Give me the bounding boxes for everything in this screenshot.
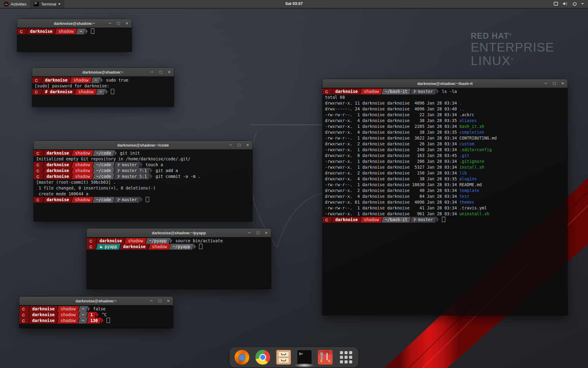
terminal-window: darknoise@shadow:~/bash-it−□×darknoisesh…: [322, 79, 567, 315]
ls-row-meta: drwxrwxr-x. 4 darknoise darknoise 38 Jan…: [325, 176, 459, 181]
ls-row: -rw-rw-r--. 1 darknoise darknoise 3622 J…: [322, 135, 567, 141]
terminal-screen[interactable]: darknoiseshadow~: [17, 28, 132, 52]
distro-icon: [19, 306, 29, 312]
ls-row-filename: custom: [459, 141, 474, 146]
prompt-segment-host: shadow: [125, 238, 147, 244]
maximize-button[interactable]: □: [117, 19, 120, 28]
maximize-button[interactable]: □: [158, 297, 161, 305]
window-titlebar[interactable]: darknoise@shadow:~−□×: [32, 68, 174, 77]
ls-row: -rwxrwxr-x. 1 darknoise darknoise 206 Ja…: [322, 159, 567, 164]
ls-row-filename: template: [459, 188, 479, 193]
prompt-segment-git: master S:1: [114, 174, 150, 179]
terminal-screen[interactable]: darknoiseshadow~/codegit initInitialized…: [34, 149, 252, 221]
minimize-button[interactable]: −: [544, 79, 548, 88]
maximize-button[interactable]: □: [238, 141, 241, 149]
prompt-segment-host: shadow: [72, 150, 94, 156]
ls-row-meta: drwxrwxr-x. 4 darknoise darknoise 84 Jan…: [325, 194, 459, 199]
dock-item-toolbox[interactable]: [318, 350, 333, 365]
dock-item-chrome[interactable]: [255, 350, 270, 365]
prompt-segment-user: darknoise: [43, 162, 73, 168]
terminal-screen[interactable]: darknoiseshadow~sudo true[sudo] password…: [32, 76, 174, 107]
close-button[interactable]: ×: [167, 297, 170, 305]
prompt-arrow: [140, 197, 143, 202]
close-button[interactable]: ×: [265, 228, 268, 237]
ls-row-meta: -rwxrwxr-x. 1 darknoise darknoise 961 Ja…: [325, 211, 459, 216]
prompt-segment-venv: ☯pyapp: [96, 244, 121, 250]
prompt-segment-path: ~/pyapp: [146, 238, 170, 244]
ls-row-meta: -rwxrwxr-x. 1 darknoise darknoise 2205 J…: [325, 124, 459, 129]
command-text: ls -la: [442, 89, 457, 94]
ls-row: -rw-rw-r--. 1 darknoise darknoise 22 Jan…: [322, 112, 567, 118]
window-controls: −□×: [150, 297, 170, 305]
screen-icon: [553, 2, 558, 6]
activities-button[interactable]: Activities: [0, 0, 30, 8]
dock-item-app-grid[interactable]: [339, 350, 353, 365]
window-titlebar[interactable]: darknoise@shadow:~/code−□×: [34, 141, 252, 150]
close-button[interactable]: ×: [168, 68, 171, 76]
prompt-segment-host: shadow: [57, 318, 79, 324]
toolbox-icon: [318, 350, 333, 365]
maximize-button[interactable]: □: [553, 79, 556, 88]
maximize-button[interactable]: □: [159, 68, 162, 76]
distro-icon: [34, 162, 44, 168]
prompt-line: darknoiseshadow~false: [19, 306, 173, 312]
close-button[interactable]: ×: [125, 19, 129, 28]
minimize-button[interactable]: −: [151, 68, 154, 76]
ls-row-meta: drwx------. 24 darknoise darknoise 4096 …: [325, 106, 459, 111]
system-status-area[interactable]: [552, 0, 586, 7]
ls-row: drwxrwxr-x. 4 darknoise darknoise 38 Jan…: [322, 118, 567, 124]
prompt-line: darknoiseshadow~130: [19, 318, 173, 324]
prompt-line: darknoiseshadow~/bash-itmaster: [322, 217, 567, 223]
prompt-line: darknoiseshadow~/codegit init: [34, 150, 252, 156]
minimize-button[interactable]: −: [108, 19, 112, 28]
prompt-segment-user: darknoise: [42, 77, 71, 83]
command-text: ^C: [102, 312, 107, 317]
window-controls: −□×: [151, 68, 171, 76]
prompt-segment-path: ~/bash-it: [382, 217, 411, 223]
close-button[interactable]: ×: [246, 141, 249, 149]
prompt-arrow: [105, 89, 108, 94]
distro-icon: [32, 77, 42, 83]
prompt-segment-path: ~/code: [93, 150, 115, 156]
prompt-segment-git: master: [410, 217, 437, 223]
ls-row-filename: CONTRIBUTING.md: [459, 136, 497, 140]
ls-row-filename: aliases: [459, 118, 477, 123]
distro-icon: [19, 312, 29, 318]
terminal-screen[interactable]: darknoiseshadow~falsedarknoiseshadow~1^C…: [19, 305, 173, 328]
prompt-segment-user: # darknoise: [42, 89, 76, 95]
prompt-segment-path: ~: [78, 312, 88, 318]
window-titlebar[interactable]: darknoise@shadow:~−□×: [19, 297, 173, 305]
prompt-segment-host: shadow: [57, 306, 79, 312]
ls-row-filename: plugins: [459, 176, 477, 181]
window-titlebar[interactable]: darknoise@shadow:~/bash-it−□×: [322, 79, 567, 88]
dock-item-terminal[interactable]: $>: [297, 350, 312, 365]
ls-row-meta: drwxrwxr-x. 4 darknoise darknoise 38 Jan…: [325, 118, 459, 123]
minimize-button[interactable]: −: [229, 141, 232, 149]
output-line: [master (root-commit) 50bcb63] .: [34, 179, 252, 185]
drawer-top: [278, 351, 289, 357]
prompt-segment-git: master ?:1: [114, 168, 150, 174]
output-line: [sudo] password for darknoise:: [32, 83, 174, 89]
terminal-cursor: [107, 318, 110, 323]
app-menu-button[interactable]: $> Terminal: [30, 0, 64, 8]
maximize-button[interactable]: □: [256, 228, 259, 237]
window-titlebar[interactable]: darknoise@shadow:~−□×: [17, 19, 132, 28]
ls-row-filename: install.sh: [459, 165, 484, 170]
app-menu-label: Terminal: [41, 2, 56, 6]
window-titlebar[interactable]: darknoise@shadow:~/pyapp−□×: [87, 228, 271, 237]
dock-item-files[interactable]: [276, 350, 291, 365]
prompt-segment-user: darknoise: [43, 174, 73, 179]
minimize-button[interactable]: −: [150, 297, 153, 305]
prompt-segment-host: shadow: [360, 89, 383, 94]
clock[interactable]: Sat 03:57: [285, 0, 303, 7]
ls-row: drwxrwxr-x. 8 darknoise darknoise 163 Ja…: [322, 153, 567, 159]
terminal-screen[interactable]: darknoiseshadow~/pyappsource bin/activat…: [87, 237, 271, 289]
dock-item-firefox[interactable]: [235, 350, 249, 365]
ls-row: -rwxrwxr-x. 1 darknoise darknoise 961 Ja…: [322, 211, 567, 217]
terminal-screen[interactable]: darknoiseshadow~/bash-itmasterls -latota…: [322, 88, 567, 315]
ls-row-meta: -rw-rw-r--. 1 darknoise darknoise 22 Jan…: [325, 112, 459, 117]
close-button[interactable]: ×: [561, 79, 564, 88]
prompt-segment-user: darknoise: [29, 318, 58, 324]
ls-row-meta: drwxrwxr-x. 2 darknoise darknoise 150 Ja…: [325, 171, 459, 175]
minimize-button[interactable]: −: [248, 228, 251, 237]
